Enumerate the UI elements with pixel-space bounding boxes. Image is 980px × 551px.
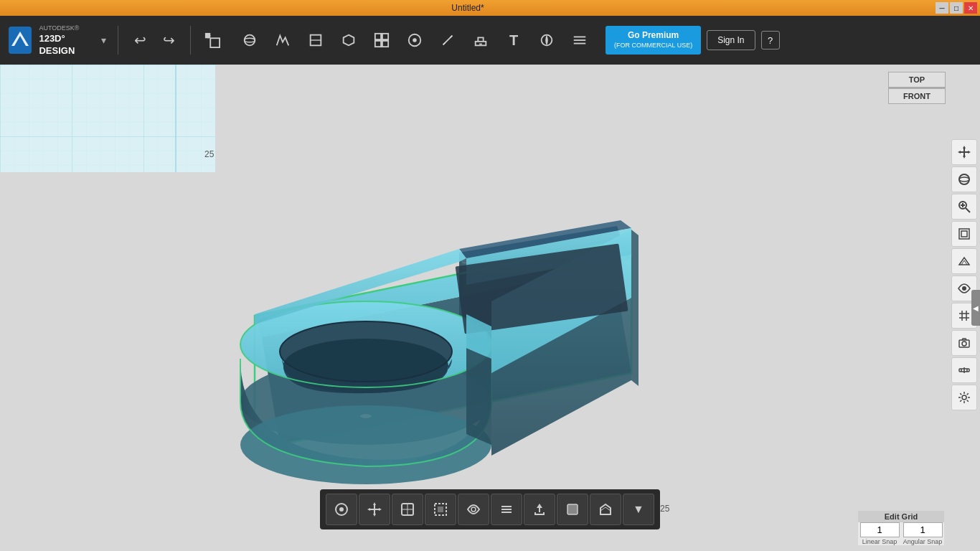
linear-snap-label: Linear Snap: [858, 537, 901, 545]
tool-measure[interactable]: [432, 22, 463, 59]
svg-point-51: [962, 286, 966, 291]
svg-point-32: [283, 339, 448, 393]
svg-marker-69: [367, 508, 370, 511]
svg-rect-10: [382, 34, 388, 39]
svg-rect-9: [375, 34, 381, 39]
redo-button[interactable]: ↪: [156, 27, 182, 53]
grid-info: Edit Grid Linear Snap Angular Snap: [858, 511, 944, 545]
sketch3-icon: [598, 502, 613, 517]
arrow-button[interactable]: ▼: [623, 494, 654, 525]
fit-button[interactable]: [951, 221, 977, 247]
svg-rect-49: [959, 229, 969, 239]
toolbar-right: Go Premium (FOR COMMERCIAL USE) Sign In …: [598, 26, 787, 54]
select-button[interactable]: [425, 494, 456, 525]
layers-button-icon: [499, 502, 514, 517]
export-icon: [532, 502, 547, 517]
tool-text[interactable]: T: [498, 22, 529, 59]
svg-point-76: [471, 507, 476, 512]
premium-label: Go Premium: [628, 30, 679, 40]
svg-rect-23: [0, 65, 215, 172]
svg-point-43: [959, 174, 969, 184]
tool-snap[interactable]: [399, 22, 430, 59]
svg-marker-67: [373, 502, 376, 505]
pan-button[interactable]: [951, 139, 977, 165]
perspective-button[interactable]: [951, 248, 977, 274]
snap-mode-button[interactable]: [326, 494, 357, 525]
tool-transform[interactable]: [197, 22, 228, 59]
window-controls: ─ □ ✕: [936, 2, 980, 14]
coord-25-top: 25: [204, 149, 214, 159]
settings-button[interactable]: [951, 385, 977, 410]
svg-point-29: [240, 405, 491, 484]
svg-point-57: [962, 342, 966, 346]
svg-rect-78: [501, 509, 512, 510]
signin-button[interactable]: Sign In: [707, 30, 755, 50]
right-collapse-tab[interactable]: ◀: [971, 290, 980, 326]
tool-3dprint[interactable]: [465, 22, 496, 59]
help-button[interactable]: ?: [761, 31, 780, 50]
toolbar-section-primitives: T: [231, 22, 598, 59]
zoom-button[interactable]: [951, 194, 977, 220]
primitives-icon: [242, 32, 258, 48]
perspective-icon: [958, 255, 971, 268]
tool-material[interactable]: [531, 22, 562, 59]
tool-modify[interactable]: [333, 22, 364, 59]
premium-button[interactable]: Go Premium (FOR COMMERCIAL USE): [606, 26, 701, 54]
svg-rect-75: [438, 507, 443, 512]
bottom-toolbar: ▼: [320, 489, 660, 529]
orbit-icon: [958, 173, 971, 186]
modify-icon: [341, 32, 357, 48]
tool-primitives[interactable]: [234, 22, 265, 59]
svg-rect-50: [961, 231, 967, 237]
view-modes-icon: [958, 282, 971, 295]
export-button[interactable]: [524, 494, 555, 525]
measure3-icon: [958, 364, 971, 377]
autodesk-logo-icon[interactable]: [9, 27, 32, 54]
view-cube: TOP FRONT: [888, 72, 946, 104]
svg-point-35: [280, 321, 452, 382]
undo-button[interactable]: ↩: [127, 27, 153, 53]
linear-snap-input[interactable]: [860, 522, 900, 537]
view-button[interactable]: [392, 494, 423, 525]
tool-construct[interactable]: [300, 22, 331, 59]
svg-point-34: [240, 301, 491, 387]
close-button[interactable]: ✕: [964, 2, 977, 14]
logo-svg: [10, 30, 30, 50]
svg-rect-11: [375, 41, 381, 47]
undo-redo-group: ↩ ↪: [121, 27, 187, 53]
linear-snap-group: Linear Snap: [858, 522, 901, 545]
solid-button[interactable]: [557, 494, 588, 525]
app-name-label: 123D° DESIGN: [39, 33, 75, 56]
sketch3-button[interactable]: [590, 494, 621, 525]
maximize-button[interactable]: □: [950, 2, 963, 14]
app-menu-dropdown[interactable]: ▾: [101, 34, 106, 46]
view-cube-front[interactable]: FRONT: [888, 89, 946, 104]
grid-icon: [958, 309, 971, 322]
tool-group[interactable]: [366, 22, 397, 59]
eye-button[interactable]: [458, 494, 489, 525]
minimize-button[interactable]: ─: [936, 2, 948, 14]
view-button-icon: [400, 502, 415, 517]
tool-sketch[interactable]: [267, 22, 298, 59]
layers-icon: [572, 32, 588, 48]
view-cube-top[interactable]: TOP: [888, 72, 946, 88]
grid-canvas: [0, 65, 215, 172]
measure3-button[interactable]: [951, 357, 977, 383]
move-tool-button[interactable]: [359, 494, 390, 525]
screenshot-button[interactable]: [951, 330, 977, 356]
viewport[interactable]: 25 25: [0, 65, 980, 551]
snap-icon: [407, 32, 423, 48]
angular-snap-input[interactable]: [903, 522, 943, 537]
layers-button[interactable]: [491, 494, 522, 525]
tool-layers[interactable]: [564, 22, 595, 59]
toolbar-divider-2: [190, 26, 191, 55]
premium-sub: (FOR COMMERCIAL USE): [614, 42, 692, 50]
orbit-button[interactable]: [951, 166, 977, 192]
svg-point-31: [280, 321, 452, 382]
svg-rect-19: [574, 39, 586, 41]
grid-info-values: Linear Snap Angular Snap: [858, 522, 944, 545]
grid-info-title: Edit Grid: [858, 511, 944, 522]
svg-point-30: [240, 301, 491, 387]
svg-marker-42: [968, 151, 971, 154]
svg-rect-79: [501, 512, 512, 513]
